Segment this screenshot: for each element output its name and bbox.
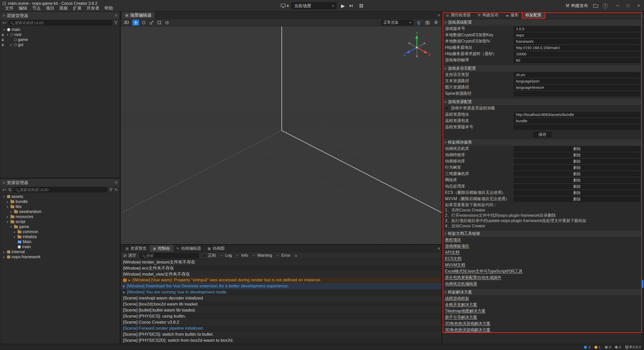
section-header[interactable]: ▾游戏基础配置 (442, 19, 644, 26)
field-input[interactable] (514, 118, 640, 123)
tree-row[interactable]: ▸common (0, 229, 120, 234)
console-filter[interactable]: ✓Info (236, 253, 248, 258)
expand-arrow-icon[interactable]: ▸ (2, 250, 6, 254)
tree-row[interactable]: ▾assets (0, 194, 120, 199)
scene-settings-button[interactable]: ⚙ (433, 20, 439, 25)
hierarchy-search-input[interactable] (14, 21, 110, 25)
warning-count[interactable]: 1 (594, 345, 601, 349)
collapse-logs-button[interactable]: ≡ (295, 253, 297, 258)
menu-item[interactable]: 节点 (30, 6, 43, 11)
sort-assets-button[interactable]: ⇅ (8, 188, 11, 192)
field-input[interactable] (514, 58, 640, 63)
assets-search-box[interactable] (13, 187, 107, 192)
save-button[interactable]: 保存 (533, 132, 552, 137)
filter-button[interactable] (109, 188, 113, 191)
rect-tool-button[interactable] (156, 20, 163, 26)
scene-select[interactable]: 当前场景 ▾ (291, 2, 337, 9)
panel-menu-icon[interactable]: ≡ (115, 13, 117, 18)
doc-link[interactable]: 教程项目 (442, 237, 644, 243)
doc-link[interactable]: 2D角色扮演游戏解决方案 (442, 321, 644, 327)
menu-item[interactable]: 扩展 (70, 6, 84, 11)
inspector-tab[interactable]: ◎属性检查器 (442, 12, 474, 18)
tree-row[interactable]: ▸initialize (0, 234, 120, 239)
log-row[interactable]: [Window] model_view文件夹不存在 (121, 271, 441, 277)
doc-link[interactable]: 原生包热更新配置自动生成插件 (442, 275, 644, 281)
log-row[interactable]: [Scene] [PHYSICS]: switch from builtin t… (121, 331, 441, 337)
delete-button[interactable]: 删除 (514, 165, 640, 170)
maximize-button[interactable]: □ (623, 0, 633, 12)
scene-light-toggle[interactable] (415, 20, 422, 26)
menu-item[interactable]: 项目 (43, 6, 57, 11)
render-mode-select[interactable]: 正常渲染 ▾ (381, 20, 413, 25)
tree-row[interactable]: ▾main (0, 27, 120, 32)
panel-menu-icon[interactable]: ≡ (438, 246, 440, 251)
rotate-tool-button[interactable] (140, 20, 147, 26)
console-filter[interactable]: ✓Error (276, 253, 290, 258)
checkbox[interactable]: ✓ (236, 254, 240, 257)
delete-button[interactable]: 删除 (514, 178, 640, 183)
scrollbar-thumb[interactable] (641, 280, 643, 288)
expand-arrow-icon[interactable]: ▸ (9, 43, 13, 47)
tree-row[interactable]: TSMain (0, 239, 120, 244)
delete-button[interactable]: 删除 (514, 146, 640, 151)
menu-item[interactable]: 文件 (3, 6, 16, 11)
doc-link[interactable]: 全栈开发解决方案 (442, 302, 644, 308)
checkbox[interactable] (203, 254, 206, 257)
expand-arrow-icon[interactable]: ▸ (9, 210, 13, 213)
pivot-tool-button[interactable] (164, 20, 170, 26)
field-input[interactable] (514, 125, 640, 130)
checkbox[interactable]: ✓ (276, 254, 280, 257)
expand-arrow-icon[interactable]: ▾ (2, 195, 6, 198)
expand-arrow-icon[interactable]: ▸ (2, 255, 6, 259)
doc-link[interactable]: ECS文档 (442, 256, 644, 262)
panel-menu-icon[interactable]: ≡ (438, 13, 440, 18)
tree-row[interactable]: ▸seedrandom (0, 209, 120, 214)
log-row[interactable]: !▶[Window] [Vue warn]: Property "onInput… (121, 277, 441, 283)
console-tab[interactable]: ✎动画编辑器 (173, 245, 205, 252)
checkbox[interactable] (445, 106, 449, 110)
expand-arrow-icon[interactable]: ▾ (6, 205, 9, 208)
section-header[interactable]: ▾框架解决方案 (442, 289, 644, 295)
clear-console-button[interactable]: 清空 (123, 253, 136, 258)
menu-item[interactable]: 开发者 (84, 6, 102, 11)
section-header[interactable]: ▾游戏多语言配置 (442, 65, 644, 72)
field-input[interactable] (514, 39, 640, 44)
delete-button[interactable]: 删除 (514, 197, 640, 202)
section-header[interactable]: ▾游戏资源配置 (442, 99, 644, 105)
console-search-input[interactable] (146, 253, 196, 258)
build-publish-button[interactable]: ⚒ 构建发布 (566, 3, 588, 9)
field-input[interactable] (514, 112, 640, 117)
doc-link[interactable]: Excel格式转Json文件与TypeScript代码工具 (442, 268, 644, 275)
inspector-tab[interactable]: 框架配置 (522, 12, 545, 18)
delete-button[interactable]: 删除 (514, 159, 640, 164)
hierarchy-search-box[interactable] (8, 20, 112, 25)
delete-button[interactable]: 删除 (514, 153, 640, 158)
tree-row[interactable]: ▾libs (0, 204, 120, 209)
preview-target-button[interactable]: ▾ (281, 4, 289, 8)
tree-row[interactable]: ▾game (0, 224, 120, 229)
step-button[interactable] (349, 4, 353, 8)
tab-scene-editor[interactable]: ▣ 场景编辑器 (122, 12, 154, 19)
asset-count[interactable]: 0 (615, 345, 621, 349)
delete-button[interactable]: 删除 (514, 184, 640, 189)
expand-arrow-icon[interactable]: ▸ (6, 200, 9, 203)
doc-link[interactable]: 新手引导解决方案 (442, 314, 644, 321)
log-row[interactable]: [Window] render_texture文件夹不存在 (121, 259, 441, 265)
inspector-tab[interactable]: ⚒构建发布 (474, 12, 502, 18)
inspector-scrollbar[interactable] (641, 18, 644, 344)
tree-row[interactable]: ▸bundle (0, 199, 120, 204)
menu-item[interactable]: 编辑 (16, 6, 30, 11)
expand-arrow-icon[interactable]: ▸ (13, 230, 16, 234)
delete-button[interactable]: 删除 (514, 171, 640, 177)
field-input[interactable] (514, 45, 640, 50)
axis-gizmo[interactable]: Y X Z (403, 32, 431, 61)
expand-arrow-icon[interactable]: ▸ (6, 215, 9, 218)
field-input[interactable] (514, 72, 640, 77)
expand-arrow-icon[interactable]: ▾ (2, 28, 6, 31)
assets-search-input[interactable] (19, 188, 105, 192)
doc-link[interactable]: 3D角色扮演游戏解决方案 (442, 327, 644, 333)
console-tab[interactable]: ▤资源预览 (122, 245, 150, 252)
help-button[interactable]: ? (603, 3, 608, 8)
move-tool-button[interactable] (132, 20, 139, 26)
menu-item[interactable]: 帮助 (102, 6, 115, 11)
